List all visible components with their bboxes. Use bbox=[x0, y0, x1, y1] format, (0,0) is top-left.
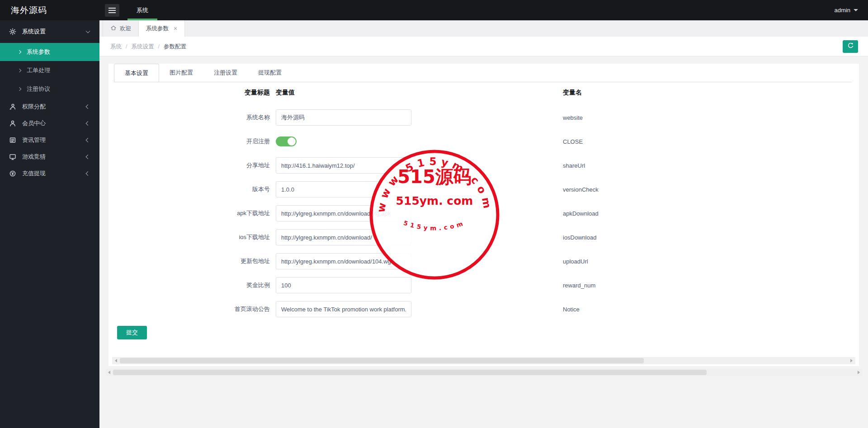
variable-name: CLOSE bbox=[563, 138, 583, 145]
column-header-title: 变量标题 bbox=[108, 89, 270, 98]
breadcrumb-bar: 系统 / 系统设置 / 参数配置 bbox=[99, 37, 868, 56]
sidebar-item-label: 游戏竞猜 bbox=[22, 153, 46, 161]
page-horizontal-scrollbar[interactable] bbox=[105, 369, 863, 376]
sidebar-item-label: 会员中心 bbox=[22, 119, 46, 127]
sidebar: 系统设置 系统参数 工单处理 注册协议 权限分配 会员中心 资讯管理 bbox=[0, 20, 99, 428]
tab-basic-settings[interactable]: 基本设置 bbox=[114, 64, 159, 82]
scroll-left-arrow[interactable] bbox=[108, 371, 110, 374]
submit-button[interactable]: 提交 bbox=[117, 326, 147, 339]
chevron-left-icon bbox=[86, 155, 90, 159]
sidebar-item-game-quiz[interactable]: 游戏竞猜 bbox=[0, 148, 99, 165]
update-package-input[interactable] bbox=[276, 253, 411, 269]
sidebar-item-label: 权限分配 bbox=[22, 103, 46, 111]
chevron-right-icon bbox=[18, 50, 21, 54]
column-header-name: 变量名 bbox=[563, 89, 582, 97]
variable-name: Notice bbox=[563, 306, 580, 313]
variable-name: versionCheck bbox=[563, 186, 599, 193]
scrollbar-thumb[interactable] bbox=[120, 358, 644, 363]
monitor-icon bbox=[9, 153, 16, 160]
register-toggle[interactable] bbox=[276, 136, 297, 146]
field-label: 开启注册 bbox=[108, 137, 270, 146]
chevron-left-icon bbox=[86, 171, 90, 176]
sidebar-item-permissions[interactable]: 权限分配 bbox=[0, 98, 99, 115]
top-bar: 海外源码 系统 admin bbox=[0, 0, 868, 20]
field-label: 分享地址 bbox=[108, 161, 270, 169]
variable-name: shareUrl bbox=[563, 162, 585, 169]
refresh-button[interactable] bbox=[843, 40, 858, 53]
tab-system-params[interactable]: 系统参数 × bbox=[139, 20, 185, 37]
tab-withdraw-config[interactable]: 提现配置 bbox=[248, 64, 292, 82]
open-tabs-strip: 欢迎 系统参数 × bbox=[99, 20, 868, 37]
sidebar-subitem-label: 工单处理 bbox=[27, 66, 50, 75]
form-row-ios-download: ios下载地址 iosDownload bbox=[108, 229, 859, 245]
coin-icon bbox=[9, 170, 16, 177]
variable-name: iosDownload bbox=[563, 234, 596, 241]
sidebar-subitem-register-agreement[interactable]: 注册协议 bbox=[0, 80, 99, 98]
chevron-down-icon bbox=[86, 29, 90, 33]
tab-register-settings[interactable]: 注册设置 bbox=[203, 64, 248, 82]
settings-form: 变量标题 变量值 变量名 系统名称 website 开启注册 CLOSE 分享地… bbox=[108, 82, 859, 339]
form-row-update-package: 更新包地址 uploadUrl bbox=[108, 253, 859, 269]
breadcrumb-separator: / bbox=[126, 43, 127, 50]
sidebar-item-news[interactable]: 资讯管理 bbox=[0, 132, 99, 148]
sidebar-item-system-settings[interactable]: 系统设置 bbox=[0, 20, 99, 43]
field-label: ios下载地址 bbox=[108, 233, 270, 241]
hamburger-icon bbox=[108, 8, 116, 9]
form-row-version: 版本号 versionCheck bbox=[108, 181, 859, 198]
form-row-share-url: 分享地址 shareUrl bbox=[108, 157, 859, 174]
scrollbar-track[interactable] bbox=[120, 357, 848, 364]
breadcrumb-item-current: 参数配置 bbox=[164, 43, 186, 51]
toggle-knob bbox=[288, 137, 296, 146]
column-header-value: 变量值 bbox=[276, 89, 295, 98]
chevron-right-icon bbox=[18, 87, 21, 91]
sidebar-item-label: 资讯管理 bbox=[22, 136, 46, 144]
ios-download-input[interactable] bbox=[276, 229, 411, 245]
version-input[interactable] bbox=[276, 181, 411, 198]
form-header-row: 变量标题 变量值 变量名 bbox=[108, 89, 859, 98]
chevron-left-icon bbox=[86, 104, 90, 109]
topnav-item-system[interactable]: 系统 bbox=[127, 0, 157, 20]
system-name-input[interactable] bbox=[276, 109, 411, 126]
notice-input[interactable] bbox=[276, 301, 411, 317]
sidebar-item-recharge-withdraw[interactable]: 充值提现 bbox=[0, 165, 99, 182]
refresh-icon bbox=[847, 42, 854, 51]
sidebar-subitem-work-orders[interactable]: 工单处理 bbox=[0, 61, 99, 80]
permission-person-icon bbox=[9, 103, 16, 110]
tab-label: 欢迎 bbox=[120, 25, 131, 33]
close-icon[interactable]: × bbox=[174, 25, 177, 32]
gear-icon bbox=[9, 28, 16, 35]
sidebar-subitem-label: 系统参数 bbox=[27, 48, 50, 56]
scroll-left-arrow[interactable] bbox=[115, 359, 117, 362]
form-row-register-toggle: 开启注册 CLOSE bbox=[108, 133, 859, 150]
form-row-notice: 首页滚动公告 Notice bbox=[108, 301, 859, 317]
main-content-area: 基本设置 图片配置 注册设置 提现配置 变量标题 变量值 变量名 系统名称 we… bbox=[99, 56, 868, 428]
settings-tabs: 基本设置 图片配置 注册设置 提现配置 bbox=[114, 64, 852, 82]
breadcrumb: 系统 / 系统设置 / 参数配置 bbox=[99, 37, 868, 56]
sidebar-subitem-label: 注册协议 bbox=[27, 85, 50, 93]
share-url-input[interactable] bbox=[276, 157, 411, 174]
scroll-right-arrow[interactable] bbox=[850, 359, 853, 362]
sidebar-item-members[interactable]: 会员中心 bbox=[0, 115, 99, 132]
panel-horizontal-scrollbar[interactable] bbox=[112, 357, 855, 364]
person-icon bbox=[9, 120, 16, 127]
variable-name: reward_num bbox=[563, 282, 595, 289]
tab-image-config[interactable]: 图片配置 bbox=[159, 64, 203, 82]
apk-download-input[interactable] bbox=[276, 205, 411, 221]
variable-name: apkDownload bbox=[563, 210, 599, 217]
user-menu[interactable]: admin bbox=[835, 7, 858, 14]
newspaper-icon bbox=[9, 136, 16, 144]
scroll-right-arrow[interactable] bbox=[858, 371, 860, 374]
sidebar-subitem-system-params[interactable]: 系统参数 bbox=[0, 43, 99, 61]
settings-panel: 基本设置 图片配置 注册设置 提现配置 变量标题 变量值 变量名 系统名称 we… bbox=[108, 64, 859, 366]
sidebar-collapse-button[interactable] bbox=[105, 4, 119, 17]
form-row-website: 系统名称 website bbox=[108, 109, 859, 126]
reward-ratio-input[interactable] bbox=[276, 277, 411, 293]
scrollbar-thumb[interactable] bbox=[113, 370, 707, 375]
app-logo: 海外源码 bbox=[0, 0, 99, 20]
field-label: 版本号 bbox=[108, 185, 270, 193]
scrollbar-track[interactable] bbox=[113, 369, 855, 376]
field-label: 系统名称 bbox=[108, 113, 270, 122]
chevron-left-icon bbox=[86, 121, 90, 126]
form-row-apk-download: apk下载地址 apkDownload bbox=[108, 205, 859, 221]
tab-welcome[interactable]: 欢迎 bbox=[103, 20, 139, 37]
